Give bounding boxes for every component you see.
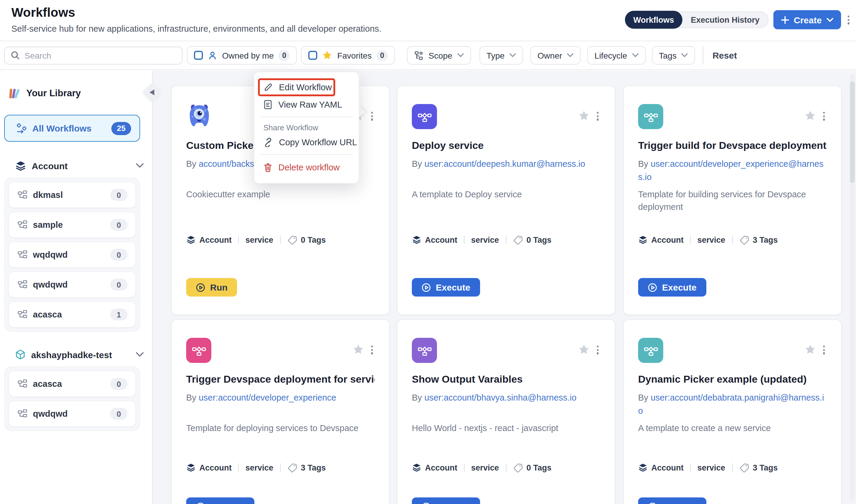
reset-filters-button[interactable]: Reset [712, 50, 737, 60]
filter-dropdown-owner[interactable]: Owner [530, 46, 581, 65]
play-circle-icon [196, 283, 205, 292]
card-kebab-menu[interactable] [594, 344, 602, 356]
sidebar-item-label: qwdqwd [33, 280, 105, 289]
divider [238, 463, 239, 472]
sidebar-item-qwdqwd[interactable]: qwdqwd0 [8, 400, 136, 427]
sidebar-group-header-akshayphadke-test[interactable]: akshayphadke-test [15, 347, 144, 362]
execute-button[interactable]: Execute [412, 278, 480, 296]
menu-item-delete-workflow[interactable]: Delete workflow [254, 159, 359, 176]
sidebar-groups: Account dkmasl0sample0wqdqwd0qwdqwd0acas… [0, 159, 152, 431]
sidebar-item-qwdqwd[interactable]: qwdqwd0 [8, 271, 136, 298]
sidebar-item-count: 0 [110, 189, 127, 201]
card-footer: Account service 3 Tags [638, 234, 827, 245]
card-kebab-menu[interactable] [368, 344, 376, 356]
scrollbar[interactable] [850, 74, 855, 500]
author-link[interactable]: user:account/developer_experience [199, 393, 336, 402]
card-author-line: By user:account/debabrata.panigrahi@harn… [638, 391, 827, 417]
workflow-group-icon [17, 190, 28, 200]
chevron-down-icon [681, 53, 688, 57]
card-author-line: By user:account/developer_experience [186, 391, 375, 417]
card-footer: Account service 0 Tags [412, 234, 600, 245]
execute-button[interactable]: Execute [638, 498, 706, 504]
tab-execution-history[interactable]: Execution History [682, 11, 768, 28]
search-input[interactable] [24, 51, 176, 60]
owned-by-me-checkbox[interactable] [194, 51, 203, 60]
sidebar-item-acasca[interactable]: acasca1 [8, 301, 136, 328]
filter-dropdown-tags[interactable]: Tags [652, 46, 695, 65]
tab-workflows[interactable]: Workflows [625, 11, 682, 29]
divider [506, 463, 506, 472]
menu-item-edit-workflow[interactable]: Edit Workflow [254, 78, 359, 96]
all-workflows-count-badge: 25 [112, 122, 131, 135]
divider [506, 236, 506, 244]
card-type: service [697, 235, 725, 244]
header-kebab-menu[interactable] [846, 14, 851, 26]
card-title: Show Output Varaibles [412, 373, 600, 386]
divider [732, 463, 732, 472]
sidebar-item-dkmasl[interactable]: dkmasl0 [8, 182, 136, 208]
owned-by-me-filter[interactable]: Owned by me 0 [187, 46, 297, 65]
star-icon [322, 50, 332, 60]
sidebar-item-acasca[interactable]: acasca0 [8, 371, 136, 397]
favorites-checkbox[interactable] [309, 51, 318, 60]
card-kebab-menu[interactable] [820, 110, 828, 122]
page-body: Your Library All Workflows 25 Account [0, 71, 856, 504]
card-footer: Account service 3 Tags [186, 462, 375, 473]
favorite-star-icon[interactable] [805, 344, 816, 355]
workflow-group-icon [17, 250, 28, 260]
scrollbar-thumb[interactable] [850, 81, 855, 183]
sidebar-item-label: acasca [33, 310, 105, 319]
owned-by-me-label: Owned by me [222, 51, 274, 60]
sidebar-item-label: sample [33, 220, 105, 230]
workflow-card-dynamic-picker-example-updated-: Dynamic Picker example (updated) By user… [623, 319, 842, 504]
menu-item-copy-workflow-url[interactable]: Copy Workflow URL [254, 133, 359, 151]
workflow-tile-icon [412, 104, 437, 129]
filter-dropdown-lifecycle[interactable]: Lifecycle [587, 46, 646, 65]
library-header: Your Library [8, 86, 152, 101]
filter-dropdown-type[interactable]: Type [479, 46, 523, 65]
author-link[interactable]: user:account/deepesh.kumar@harness.io [424, 159, 585, 168]
author-link[interactable]: user:account/developer_experience@harnes… [638, 159, 824, 182]
trash-icon [263, 162, 272, 172]
author-link[interactable]: user:account/bhavya.sinha@harness.io [424, 393, 577, 402]
sidebar-item-sample[interactable]: sample0 [8, 212, 136, 238]
workflow-tile-icon [638, 338, 663, 363]
sidebar-group-header-Account[interactable]: Account [15, 159, 144, 173]
layers-icon [15, 160, 26, 171]
execute-button[interactable]: Execute [412, 498, 480, 504]
card-action-row: Run [186, 278, 375, 296]
favorites-filter[interactable]: Favorites 0 [302, 46, 395, 65]
sidebar-group-title: Account [32, 161, 131, 171]
execute-button[interactable]: Execute [186, 498, 254, 504]
sidebar-item-all-workflows[interactable]: All Workflows 25 [4, 115, 140, 142]
card-tags-count: 3 Tags [753, 235, 778, 244]
run-button[interactable]: Run [186, 278, 237, 296]
card-title: Trigger Devspace deployment for services [186, 373, 375, 386]
favorite-star-icon[interactable] [805, 110, 816, 121]
execute-button[interactable]: Execute [638, 278, 706, 296]
filter-dropdown-scope[interactable]: Scope [407, 46, 471, 65]
card-scope: Account [199, 463, 232, 472]
sidebar: Your Library All Workflows 25 Account [0, 71, 153, 504]
create-button-label: Create [794, 15, 822, 25]
filter-label: Scope [429, 51, 452, 60]
create-button[interactable]: Create [773, 10, 841, 29]
card-description: Cookiecutter example [186, 188, 375, 222]
page-title: Workflows [11, 5, 75, 20]
tag-icon [287, 235, 297, 245]
card-kebab-menu[interactable] [368, 110, 376, 122]
dropdown-filters: ScopeTypeOwnerLifecycleTags [395, 46, 695, 65]
card-kebab-menu[interactable] [594, 110, 602, 122]
sidebar-item-wqdqwd[interactable]: wqdqwd0 [8, 241, 136, 268]
card-type: service [471, 235, 499, 244]
card-kebab-menu[interactable] [820, 344, 828, 356]
favorite-star-icon[interactable] [578, 344, 589, 355]
workflow-tile-icon [638, 104, 663, 129]
author-link[interactable]: user:account/debabrata.panigrahi@harness… [638, 393, 824, 415]
favorite-star-icon[interactable] [578, 110, 589, 121]
menu-item-view-raw-yaml[interactable]: View Raw YAML [254, 96, 359, 113]
divider [732, 236, 732, 244]
favorite-star-icon[interactable] [353, 344, 364, 355]
play-circle-icon [648, 502, 657, 504]
play-circle-icon [422, 502, 431, 504]
